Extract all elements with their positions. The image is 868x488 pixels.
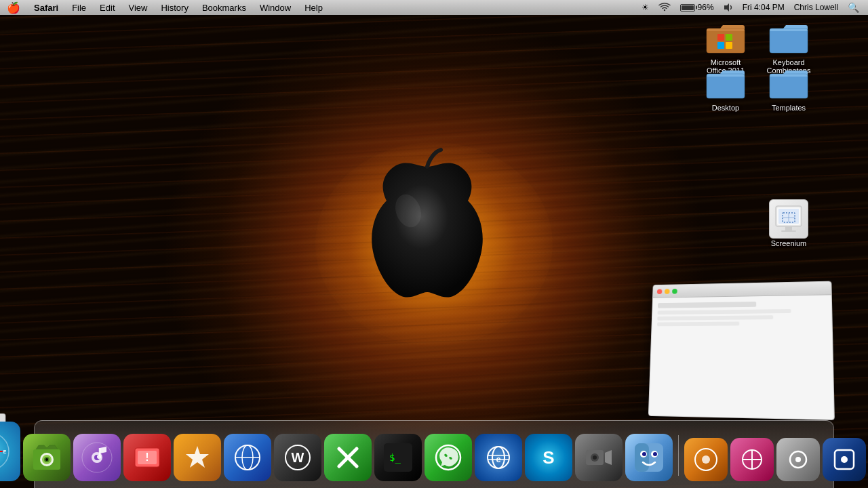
finder-icon	[625, 434, 673, 481]
iphoto-icon	[23, 434, 71, 481]
dock-separator	[678, 435, 679, 476]
svg-text:E: E	[3, 449, 6, 454]
desktop-folder-icon	[704, 64, 747, 102]
svg-marker-65	[605, 450, 612, 465]
dock-item-gray[interactable]	[776, 438, 820, 481]
desktop-icon-templates[interactable]: Templates	[758, 64, 819, 112]
brightness-icon: ☀	[638, 1, 652, 14]
svg-text:$_: $_	[389, 452, 401, 464]
menu-bookmarks[interactable]: Bookmarks	[195, 1, 253, 14]
search-icon[interactable]: 🔍	[844, 1, 863, 14]
desktop: 🍎 Safari File Edit View History Bookmark…	[0, 0, 868, 488]
dock-item-terminal[interactable]: $_	[374, 434, 422, 481]
dock-item-itunes[interactable]	[73, 434, 121, 481]
flashcard-icon: !	[123, 434, 171, 481]
svg-rect-8	[770, 28, 808, 53]
desktop-label: Desktop	[712, 104, 739, 112]
skype-icon: S	[525, 434, 572, 481]
svg-point-78	[795, 457, 801, 462]
wifi-icon	[655, 1, 674, 15]
svg-marker-47	[186, 446, 209, 468]
gray-app-icon	[776, 438, 820, 481]
microsoft-office-icon	[704, 19, 747, 57]
menu-app-name[interactable]: Safari	[27, 1, 65, 14]
svg-rect-10	[707, 74, 745, 98]
svg-point-38	[45, 458, 48, 461]
orange-app-icon	[684, 438, 728, 481]
dock-item-iphoto[interactable]	[23, 434, 71, 481]
svg-point-75	[702, 455, 710, 464]
battery-icon: 96%	[677, 1, 717, 14]
dock-item-browser[interactable]	[224, 434, 271, 481]
dock-item-skype[interactable]: S	[525, 434, 572, 481]
svg-point-72	[642, 452, 646, 456]
svg-rect-12	[770, 74, 808, 98]
svg-point-80	[841, 456, 848, 463]
svg-marker-1	[724, 3, 729, 12]
templates-folder-icon	[767, 64, 810, 102]
svg-rect-2	[707, 28, 745, 53]
ie-icon: e	[475, 434, 522, 481]
battery-percent: 96%	[698, 3, 714, 12]
reeder-icon	[174, 434, 221, 481]
dock-item-flashcard[interactable]: !	[123, 434, 171, 481]
svg-rect-7	[726, 42, 732, 49]
menu-edit[interactable]: Edit	[93, 1, 121, 14]
svg-point-73	[653, 452, 657, 456]
apple-logo	[359, 146, 509, 323]
svg-text:W: W	[291, 450, 304, 465]
dock-item-reeder[interactable]	[174, 434, 221, 481]
safari-icon: N S E W	[0, 422, 20, 481]
svg-text:S: S	[542, 447, 554, 468]
svg-rect-6	[717, 42, 724, 49]
dock-items: Safari N S E	[0, 422, 868, 485]
dock-item-safari[interactable]: Safari N S E	[0, 422, 20, 481]
svg-text:e: e	[496, 454, 500, 464]
minimize-dot	[665, 289, 670, 294]
dock-item-wordpress[interactable]: W	[274, 434, 321, 481]
svg-rect-5	[726, 34, 732, 41]
screen-thumb-content	[649, 295, 834, 420]
svg-rect-69	[635, 443, 649, 472]
screen-thumbnail	[648, 281, 835, 420]
menu-window[interactable]: Window	[253, 1, 298, 14]
dock-item-imovie[interactable]	[575, 434, 623, 481]
menubar-left: 🍎 Safari File Edit View History Bookmark…	[0, 1, 330, 14]
dock-item-pink[interactable]	[730, 438, 774, 481]
svg-rect-17	[781, 230, 796, 232]
screen-thumbnail-inner	[648, 281, 835, 420]
templates-label: Templates	[772, 104, 806, 112]
dock-item-finder[interactable]	[625, 434, 673, 481]
svg-point-43	[97, 455, 101, 459]
menu-history[interactable]: History	[154, 1, 195, 14]
keyboard-combinations-icon	[767, 19, 810, 57]
volume-icon	[720, 1, 736, 14]
svg-rect-4	[717, 34, 724, 41]
whatsapp-icon	[425, 434, 472, 481]
dock-item-orange[interactable]	[684, 438, 728, 481]
menu-file[interactable]: File	[65, 1, 93, 14]
menu-view[interactable]: View	[122, 1, 155, 14]
menubar: 🍎 Safari File Edit View History Bookmark…	[0, 0, 868, 15]
wordpress-icon: W	[274, 434, 321, 481]
dock-item-crossword[interactable]	[324, 434, 372, 481]
crossword-icon	[324, 434, 372, 481]
menubar-right: ☀ 96%	[638, 1, 868, 15]
menu-help[interactable]: Help	[298, 1, 330, 14]
dock-item-whatsapp[interactable]	[425, 434, 472, 481]
screenium-label: Screenium	[771, 239, 807, 247]
desktop-icon-desktop[interactable]: Desktop	[695, 64, 756, 112]
svg-rect-16	[785, 226, 792, 230]
dock-item-ie[interactable]: e	[475, 434, 522, 481]
menu-user[interactable]: Chris Lowell	[791, 1, 842, 14]
menu-time[interactable]: Fri 4:04 PM	[739, 1, 788, 14]
svg-point-67	[593, 455, 597, 460]
pink-app-icon	[730, 438, 774, 481]
apple-menu-button[interactable]: 🍎	[0, 1, 27, 14]
browser-icon	[224, 434, 271, 481]
dark-blue-app-icon	[823, 438, 866, 481]
terminal-icon: $_	[374, 434, 422, 481]
svg-text:!: !	[145, 451, 149, 463]
desktop-icon-screenium[interactable]: Screenium	[758, 200, 819, 247]
dock-item-dark-blue[interactable]	[823, 438, 866, 481]
